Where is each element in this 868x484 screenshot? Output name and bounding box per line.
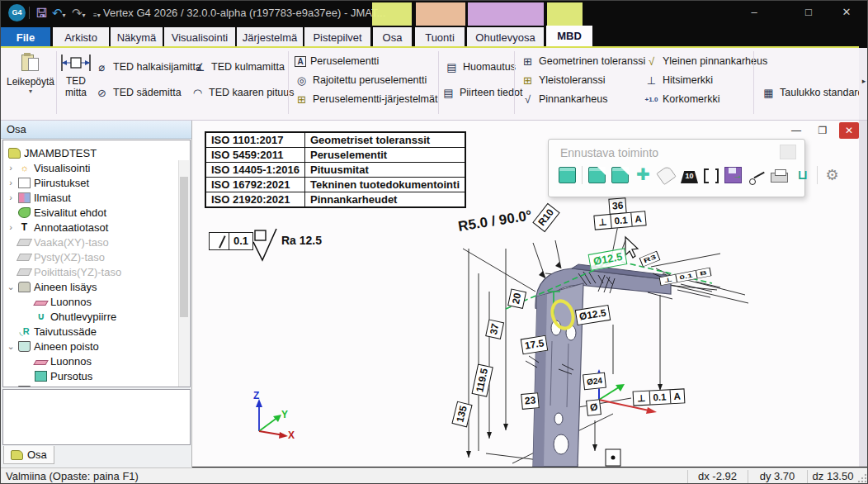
korkomerkki-button[interactable]: +1.0 Korkomerkki	[644, 91, 719, 107]
doc-close-button[interactable]: ✕	[839, 122, 859, 139]
tree-item-esivalitut-ehdot[interactable]: Esivalitut ehdot	[18, 205, 106, 220]
chevron-down-icon: ⌄	[7, 341, 15, 352]
tree-item-luonnos-2[interactable]: Luonnos	[35, 354, 92, 368]
annotation-planes-icon: T	[18, 222, 31, 233]
panel-lower-pane	[2, 389, 191, 445]
tree-item-poikittais-yz[interactable]: Poikittais(YZ)-taso	[18, 264, 121, 279]
add-part-icon[interactable]: ✚	[634, 167, 652, 183]
yleinen-pinnankarheus-button[interactable]: √ Yleinen pinnankarheus	[644, 53, 767, 69]
scrollbar-thumb[interactable]	[180, 177, 188, 317]
polyline-icon[interactable]	[748, 167, 765, 183]
app-window: G4 🖫 ↶▾ ↷▾ ≡▾ Vertex G4 2026 / 32.0.0-al…	[0, 0, 868, 484]
status-dz: dz 13.50	[807, 470, 859, 482]
window-title: Vertex G4 2026 / 32.0.0-alpha (r197783-e…	[103, 7, 385, 19]
feature-info-icon: ▤	[441, 87, 455, 99]
tab-jarjestelma[interactable]: Järjestelmä	[237, 27, 303, 48]
doc-minimize-button[interactable]: —	[786, 122, 806, 139]
ted-sademitta-button[interactable]: ⊘ TED sädemitta	[95, 84, 182, 101]
maximize-button[interactable]: □	[795, 2, 823, 22]
tree-item-piirustukset[interactable]: ›Piirustukset	[7, 175, 89, 190]
plane-icon	[17, 239, 32, 246]
ted-halkaisijamitta-button[interactable]: ⌀ TED halkaisijamitta	[95, 59, 201, 75]
highlight-osa	[372, 2, 412, 26]
minimize-button[interactable]: –	[740, 2, 768, 22]
tree-item-pysty-xz[interactable]: Pysty(XZ)-taso	[18, 249, 105, 264]
huomautus-button[interactable]: ▤ Huomautus	[445, 59, 516, 75]
tab-pistepilvet[interactable]: Pistepilvet	[304, 27, 370, 48]
diameter-icon: ⌀	[95, 61, 109, 74]
ted-kaaren-pituus-button[interactable]: ◠ TED kaaren pituus	[191, 84, 295, 101]
tab-nakyma[interactable]: Näkymä	[111, 27, 163, 48]
status-message: Valmiina (Opaste: paina F1)	[6, 470, 139, 482]
tree-item-clipped[interactable]: ⌄	[7, 383, 31, 387]
taulukko-standardi-button[interactable]: ▦ Taulukko standard	[762, 84, 863, 101]
pinnankarheus-button[interactable]: √ Pinnankarheus	[521, 91, 607, 107]
tab-arkisto[interactable]: Arkisto	[53, 27, 109, 48]
highlight-ohutlevyosa	[468, 2, 544, 26]
tab-visualisointi[interactable]: Visualisointi	[164, 27, 235, 48]
tree-item-aineen-lisays[interactable]: ⌄Aineen lisäys	[7, 279, 97, 294]
peruselementti-jarjestelmat-button[interactable]: ⊞ Peruselementti-järjestelmät	[295, 91, 437, 107]
undo-icon[interactable]: ↶▾	[52, 4, 66, 25]
tag-icon[interactable]	[656, 165, 676, 185]
save-export-icon[interactable]	[724, 167, 742, 183]
part-open-icon[interactable]	[588, 167, 606, 183]
chevron-right-icon: ›	[7, 178, 15, 187]
hitsimerkki-button[interactable]: ⊥ Hitsimerkki	[644, 72, 713, 88]
close-button[interactable]: ✕	[833, 2, 861, 22]
yleistoleranssi-button[interactable]: ⊞ Yleistoleranssi	[521, 72, 606, 88]
tree-item-pursotus[interactable]: Pursotus	[35, 368, 92, 383]
tab-mbd[interactable]: MBD	[546, 26, 592, 48]
customize-toolbar-icon[interactable]: ≡▾	[93, 4, 101, 25]
tree-item-ohutlevypiirre[interactable]: ∪Ohutlevypiirre	[35, 309, 116, 324]
status-dx: dx -2.92	[687, 470, 748, 482]
tree-item-visualisointi[interactable]: ›☼Visualisointi	[7, 160, 90, 175]
part-open-alt-icon[interactable]	[611, 167, 629, 183]
panel-bottom-tab-osa[interactable]: Osa	[3, 446, 54, 464]
rajoitettu-peruselementti-button[interactable]: ◎ Rajoitettu peruselementti	[295, 72, 427, 88]
print-icon[interactable]	[771, 173, 788, 183]
part-cube-icon[interactable]	[559, 167, 576, 183]
note-icon: ▤	[445, 61, 459, 74]
tree-item-luonnos-1[interactable]: Luonnos	[35, 294, 92, 309]
app-logo-icon[interactable]: G4	[8, 4, 26, 21]
tab-file[interactable]: File	[1, 27, 50, 48]
geometrinen-toleranssi-button[interactable]: ⊞ Geometrinen toleranssi	[521, 53, 645, 69]
clipboard-button[interactable]: Leikepöytä ▾	[7, 53, 54, 95]
ribbon-overflow-arrow[interactable]: ▸	[859, 48, 868, 121]
panel-header: Osa	[1, 121, 191, 139]
tree-item-root[interactable]: JMAMBDTEST	[8, 145, 97, 160]
tree-item-vaaka-xy[interactable]: Vaaka(XY)-taso	[18, 235, 109, 249]
ted-mitta-button[interactable]: TEDmitta	[59, 53, 93, 98]
status-bar: Valmiina (Opaste: paina F1) dx -2.92 dy …	[1, 467, 868, 484]
ribbon: Leikepöytä ▾ TEDmitta ⌀ TED halkaisijami…	[1, 48, 859, 121]
sheet-channel-icon[interactable]: ⊔	[794, 167, 811, 183]
tab-ohutlevyosa[interactable]: Ohutlevyosa	[467, 27, 544, 48]
peruselementti-button[interactable]: A Peruselementti	[295, 53, 379, 69]
chevron-right-icon: ›	[7, 222, 15, 232]
settings-gear-icon[interactable]: ⚙	[823, 167, 841, 183]
tree-item-annotaatiotasot[interactable]: ›TAnnotaatiotasot	[7, 220, 108, 235]
doc-restore-button[interactable]: ❐	[813, 122, 833, 139]
ted-kulmamitta-button[interactable]: ∠ TED kulmamitta	[193, 59, 285, 75]
tree-item-taivutussade[interactable]: ◟RTaivutussäde	[18, 324, 97, 339]
save-icon[interactable]: 🖫	[35, 4, 48, 22]
arc-length-icon: ◠	[191, 87, 205, 99]
tab-tuonti[interactable]: Tuonti	[415, 27, 465, 48]
drawing-canvas[interactable]: ISO 1101:2017Geometriset toleranssit ISO…	[192, 121, 859, 467]
axis-x-label: X	[288, 429, 295, 441]
highlight-mbd	[547, 2, 583, 26]
selection-frame-icon[interactable]	[704, 168, 719, 183]
tab-osa[interactable]: Osa	[373, 27, 412, 48]
palette-title: Ennustava toiminto	[560, 146, 658, 159]
part-icon	[11, 450, 23, 460]
dim-23: 23	[521, 392, 540, 410]
weight-10-icon[interactable]: 10	[681, 167, 698, 183]
general-surface-roughness-icon: √	[644, 55, 658, 68]
resize-grip[interactable]	[857, 473, 867, 483]
redo-icon[interactable]: ↷▾	[72, 4, 86, 25]
tree-scrollbar[interactable]	[178, 160, 189, 387]
tree-item-aineen-poisto[interactable]: ⌄Aineen poisto	[7, 339, 99, 354]
tree-item-ilmiasut[interactable]: ›Ilmiasut	[7, 190, 71, 205]
piirteen-tiedot-button[interactable]: ▤ Piirteen tiedot	[441, 84, 522, 101]
